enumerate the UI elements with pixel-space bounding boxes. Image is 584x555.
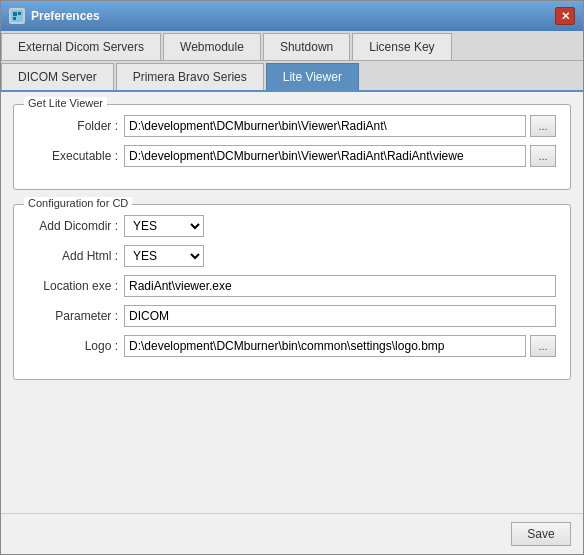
executable-label: Executable : [28,149,118,163]
app-icon [9,8,25,24]
tab-external-dicom-servers[interactable]: External Dicom Servers [1,33,161,60]
location-exe-input[interactable] [124,275,556,297]
logo-row: Logo : ... [28,335,556,357]
titlebar: Preferences ✕ [1,1,583,31]
titlebar-left: Preferences [9,8,100,24]
folder-row: Folder : ... [28,115,556,137]
window-title: Preferences [31,9,100,23]
add-dicomdir-label: Add Dicomdir : [28,219,118,233]
logo-browse-button[interactable]: ... [530,335,556,357]
folder-label: Folder : [28,119,118,133]
folder-browse-button[interactable]: ... [530,115,556,137]
svg-rect-3 [13,17,16,20]
get-lite-viewer-label: Get Lite Viewer [24,97,107,109]
svg-rect-1 [13,12,17,16]
add-html-select[interactable]: YES NO [124,245,204,267]
parameter-label: Parameter : [28,309,118,323]
get-lite-viewer-group: Get Lite Viewer Folder : ... Executable … [13,104,571,190]
tabs-row1: External Dicom Servers Webmodule Shutdow… [1,31,583,61]
logo-input[interactable] [124,335,526,357]
config-cd-group: Configuration for CD Add Dicomdir : YES … [13,204,571,380]
tab-shutdown[interactable]: Shutdown [263,33,350,60]
add-html-row: Add Html : YES NO [28,245,556,267]
tabs-row2: DICOM Server Primera Bravo Series Lite V… [1,61,583,92]
tab-dicom-server[interactable]: DICOM Server [1,63,114,90]
tab-license-key[interactable]: License Key [352,33,451,60]
footer: Save [1,513,583,554]
parameter-input[interactable] [124,305,556,327]
executable-row: Executable : ... [28,145,556,167]
save-button[interactable]: Save [511,522,571,546]
executable-browse-button[interactable]: ... [530,145,556,167]
add-dicomdir-row: Add Dicomdir : YES NO [28,215,556,237]
executable-input[interactable] [124,145,526,167]
location-exe-row: Location exe : [28,275,556,297]
add-dicomdir-select[interactable]: YES NO [124,215,204,237]
content-area: Get Lite Viewer Folder : ... Executable … [1,92,583,513]
tab-lite-viewer[interactable]: Lite Viewer [266,63,359,90]
add-html-label: Add Html : [28,249,118,263]
location-exe-label: Location exe : [28,279,118,293]
svg-rect-2 [18,12,21,15]
close-button[interactable]: ✕ [555,7,575,25]
tab-primera-bravo[interactable]: Primera Bravo Series [116,63,264,90]
folder-input[interactable] [124,115,526,137]
logo-label: Logo : [28,339,118,353]
tab-webmodule[interactable]: Webmodule [163,33,261,60]
preferences-window: Preferences ✕ External Dicom Servers Web… [0,0,584,555]
parameter-row: Parameter : [28,305,556,327]
config-cd-label: Configuration for CD [24,197,132,209]
